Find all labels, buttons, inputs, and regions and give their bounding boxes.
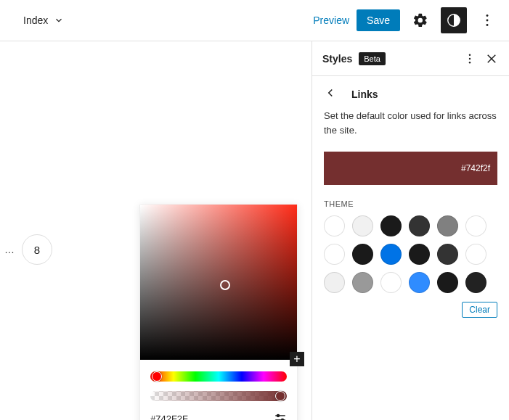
current-color-hex: #742f2f: [461, 163, 490, 173]
add-block-handle[interactable]: +: [290, 352, 304, 366]
theme-color-swatch[interactable]: [437, 272, 458, 293]
detail-inputs-toggle[interactable]: [274, 411, 287, 420]
theme-color-swatch[interactable]: [380, 244, 402, 265]
theme-color-swatch[interactable]: [380, 272, 402, 293]
chevron-left-icon: [324, 86, 337, 99]
theme-color-swatch[interactable]: [409, 244, 430, 265]
color-area-cursor[interactable]: [220, 280, 230, 290]
theme-color-swatch[interactable]: [352, 272, 373, 293]
theme-swatches: [312, 215, 509, 293]
alpha-thumb[interactable]: [275, 391, 285, 401]
theme-color-swatch[interactable]: [409, 272, 430, 293]
theme-color-swatch[interactable]: [324, 215, 345, 236]
more-menu-button[interactable]: [474, 7, 500, 33]
preview-button[interactable]: Preview: [313, 15, 349, 26]
theme-color-swatch[interactable]: [352, 215, 373, 236]
svg-point-6: [277, 415, 280, 417]
theme-color-swatch[interactable]: [380, 215, 402, 236]
panel-description: Set the default color used for links acr…: [312, 109, 509, 149]
theme-color-swatch[interactable]: [465, 244, 486, 265]
pagination-page-button[interactable]: 8: [22, 234, 52, 265]
panel-more-button[interactable]: [463, 52, 477, 66]
beta-badge: Beta: [359, 52, 386, 65]
theme-color-swatch[interactable]: [437, 215, 458, 236]
hex-value: #742F2F: [150, 413, 188, 420]
editor-canvas[interactable]: … 8 + #742F2F: [0, 41, 312, 420]
styles-button[interactable]: [441, 7, 467, 33]
theme-section-label: THEME: [312, 197, 509, 215]
chevron-down-icon: [54, 15, 64, 25]
theme-color-swatch[interactable]: [465, 272, 486, 293]
theme-color-swatch[interactable]: [324, 272, 345, 293]
contrast-icon: [446, 12, 462, 28]
kebab-icon: [479, 12, 495, 28]
styles-panel: Styles Beta Links Set the default color …: [312, 41, 509, 420]
theme-color-swatch[interactable]: [324, 244, 345, 265]
hue-slider[interactable]: [150, 371, 287, 382]
panel-title: Styles: [322, 53, 352, 65]
svg-point-2: [486, 20, 489, 22]
theme-color-swatch[interactable]: [409, 215, 430, 236]
svg-point-8: [469, 54, 471, 55]
current-color-swatch[interactable]: #742f2f: [324, 152, 497, 185]
svg-point-9: [469, 57, 471, 59]
save-button[interactable]: Save: [357, 9, 400, 31]
panel-close-button[interactable]: [484, 52, 499, 66]
theme-color-swatch[interactable]: [352, 244, 373, 265]
theme-color-swatch[interactable]: [437, 244, 458, 265]
svg-point-1: [486, 15, 489, 17]
kebab-icon: [463, 52, 476, 65]
sliders-icon: [274, 411, 287, 420]
alpha-slider[interactable]: [150, 391, 287, 401]
nav-title: Links: [351, 88, 378, 100]
svg-point-3: [486, 24, 489, 26]
gear-icon: [412, 12, 428, 28]
clear-button[interactable]: Clear: [462, 302, 497, 318]
template-label: Index: [23, 15, 48, 26]
settings-button[interactable]: [407, 7, 433, 33]
close-icon: [485, 52, 498, 65]
svg-point-10: [469, 62, 471, 63]
theme-color-swatch[interactable]: [465, 215, 486, 236]
color-picker-popover: + #742F2F: [139, 204, 298, 420]
hue-thumb[interactable]: [152, 371, 162, 382]
pagination-ellipsis: …: [4, 244, 15, 255]
back-button[interactable]: [324, 86, 337, 102]
color-saturation-area[interactable]: +: [140, 205, 297, 360]
template-switcher[interactable]: Index: [23, 15, 64, 26]
